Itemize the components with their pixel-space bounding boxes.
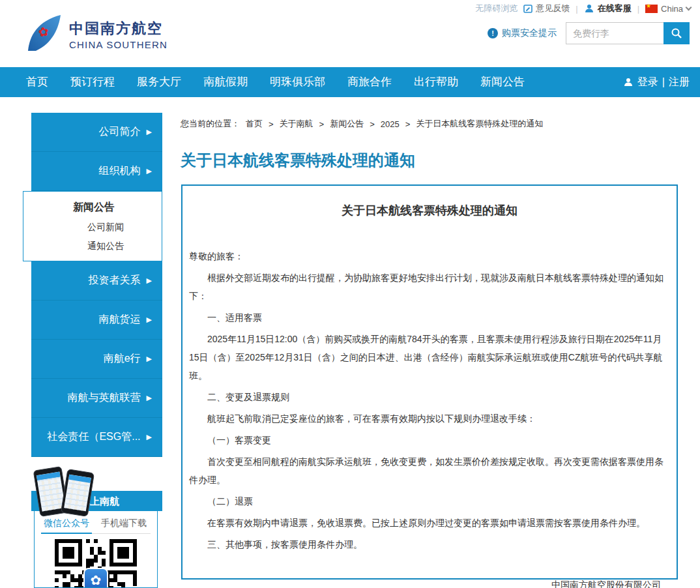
search-icon xyxy=(671,27,682,39)
sidebar-active-news-panel: 新闻公告 公司新闻 通知公告 xyxy=(23,191,162,261)
article-paragraph: 三、其他事项，按客票使用条件办理。 xyxy=(189,535,670,553)
sidebar-item-investor-relations[interactable]: 投资者关系 ▶ xyxy=(31,261,162,301)
article-title: 关于日本航线客票特殊处理的通知 xyxy=(189,203,670,218)
topbar-divider: | xyxy=(637,4,639,14)
page-title: 关于日本航线客票特殊处理的通知 xyxy=(181,150,415,171)
arrow-right-icon: ▶ xyxy=(147,355,152,363)
breadcrumb-current-page: 关于日本航线客票特殊处理的通知 xyxy=(416,118,543,130)
article-paragraph: 2025年11月15日12:00（含）前购买或换开的南航784开头的客票，且客票… xyxy=(189,330,670,385)
sidebar-subitem-notices[interactable]: 通知公告 xyxy=(23,237,162,256)
sidebar-item-label: 南航与英航联营 xyxy=(68,391,141,405)
sidebar-item-label: 组织机构 xyxy=(99,164,141,178)
breadcrumb-about[interactable]: 关于南航 xyxy=(280,118,314,130)
notice-article: 关于日本航线客票特殊处理的通知 尊敬的旅客： 根据外交部近期发布的出行提醒，为协… xyxy=(181,184,678,580)
nav-item-home[interactable]: 首页 xyxy=(15,67,59,97)
breadcrumb-separator: > xyxy=(269,119,274,129)
tail-fin-logo-icon: ✿ xyxy=(23,13,63,56)
region-label: China xyxy=(661,4,683,14)
sidebar-item-label: 社会责任（ESG管... xyxy=(47,430,140,444)
site-header: ✿ 中国南方航空 CHINA SOUTHERN ! 购票安全提示 xyxy=(0,17,700,67)
accessibility-link[interactable]: 无障碍浏览 xyxy=(475,3,518,14)
article-section-heading: 二、变更及退票规则 xyxy=(189,388,670,406)
feedback-form-icon xyxy=(523,4,532,13)
nav-item-booking[interactable]: 预订行程 xyxy=(59,67,126,97)
breadcrumb-separator: > xyxy=(405,119,411,129)
arrow-right-icon: ▶ xyxy=(147,394,152,402)
article-paragraph: 航班起飞前取消已定妥座位的旅客，可在客票有效期内按以下规则办理退改手续： xyxy=(189,409,670,428)
arrow-right-icon: ▶ xyxy=(147,433,152,441)
chevron-down-icon xyxy=(686,4,692,10)
nav-item-pearl-club[interactable]: 明珠俱乐部 xyxy=(259,67,336,97)
main-navigation: 首页 预订行程 服务大厅 南航假期 明珠俱乐部 商旅合作 出行帮助 新闻公告 登… xyxy=(0,67,700,97)
tab-wechat-official-account[interactable]: 微信公众号 xyxy=(41,515,92,534)
breadcrumb: 您当前的位置： 首页 > 关于南航 > 新闻公告 > 2025 > 关于日本航线… xyxy=(181,118,543,130)
search-input[interactable] xyxy=(566,22,664,44)
nav-item-news[interactable]: 新闻公告 xyxy=(469,67,536,97)
breadcrumb-2025[interactable]: 2025 xyxy=(381,119,400,129)
article-subsection-heading: （二）退票 xyxy=(189,492,670,510)
mobile-app-phones-image xyxy=(35,467,103,516)
sidebar-item-label: 南航货运 xyxy=(99,313,141,327)
article-paragraph: 首次变更至相同航程的南航实际承运航班，免收变更费，如发生票价价差按规定收取。再次… xyxy=(189,452,670,489)
info-icon: ! xyxy=(488,28,498,38)
online-service-link[interactable]: 在线客服 xyxy=(584,3,632,14)
breadcrumb-separator: > xyxy=(319,119,325,129)
logo-english-name: CHINA SOUTHERN xyxy=(69,39,168,50)
sidebar-item-organization[interactable]: 组织机构 ▶ xyxy=(31,152,162,191)
nav-item-business-travel[interactable]: 商旅合作 xyxy=(336,67,403,97)
login-person-icon xyxy=(623,77,634,87)
feedback-label: 意见反馈 xyxy=(536,3,570,14)
customer-service-person-icon xyxy=(584,3,594,14)
arrow-right-icon: ▶ xyxy=(147,128,152,136)
online-service-label: 在线客服 xyxy=(598,3,632,14)
article-paragraph: 在客票有效期内申请退票，免收退票费。已按上述原则办理过变更的客票如申请退票需按客… xyxy=(189,514,670,532)
article-subsection-heading: （一）客票变更 xyxy=(189,431,670,449)
logo-chinese-name: 中国南方航空 xyxy=(69,19,168,38)
article-salutation: 尊敬的旅客： xyxy=(189,247,670,265)
article-signature: 中国南方航空股份有限公司 xyxy=(189,580,670,588)
search-button[interactable] xyxy=(664,22,690,44)
region-selector[interactable]: ★ China xyxy=(645,4,691,14)
arrow-right-icon: ▶ xyxy=(147,167,152,175)
tab-mobile-download[interactable]: 手机端下载 xyxy=(98,515,149,533)
mobile-app-panel: 微信公众号 手机端下载 ✿ xyxy=(34,511,158,588)
nav-item-service-hall[interactable]: 服务大厅 xyxy=(126,67,192,97)
safety-tip-label: 购票安全提示 xyxy=(502,27,557,39)
article-paragraph: 根据外交部近期发布的出行提醒，为协助旅客更好地安排出行计划，现就涉及南航日本航线… xyxy=(189,269,670,305)
site-search xyxy=(566,22,690,44)
sidebar-item-label: 投资者关系 xyxy=(89,274,141,287)
article-section-heading: 一、适用客票 xyxy=(189,308,670,327)
app-logo-icon: ✿ xyxy=(83,568,108,588)
feedback-link[interactable]: 意见反馈 xyxy=(523,3,570,14)
auth-divider: | xyxy=(662,76,665,88)
ticket-safety-tip-link[interactable]: ! 购票安全提示 xyxy=(488,27,557,39)
sidebar-item-label: 公司简介 xyxy=(99,125,141,139)
sidebar-menu: 公司简介 ▶ 组织机构 ▶ 新闻公告 公司新闻 通知公告 投资者关系 ▶ 南航货… xyxy=(31,113,162,457)
register-link[interactable]: 注册 xyxy=(669,76,690,89)
sidebar-subitem-company-news[interactable]: 公司新闻 xyxy=(23,218,162,237)
breadcrumb-separator: > xyxy=(370,119,375,129)
login-link[interactable]: 登录 xyxy=(637,76,658,89)
sidebar-item-esg[interactable]: 社会责任（ESG管... ▶ xyxy=(31,418,162,457)
breadcrumb-prefix: 您当前的位置： xyxy=(181,118,240,130)
sidebar-item-cargo[interactable]: 南航货运 ▶ xyxy=(31,301,162,340)
sidebar-item-company-profile[interactable]: 公司简介 ▶ xyxy=(31,113,162,152)
breadcrumb-news[interactable]: 新闻公告 xyxy=(330,118,364,130)
nav-item-holidays[interactable]: 南航假期 xyxy=(192,67,259,97)
sidebar-item-ba-joint-venture[interactable]: 南航与英航联营 ▶ xyxy=(31,379,162,418)
nav-item-travel-help[interactable]: 出行帮助 xyxy=(403,67,469,97)
arrow-right-icon: ▶ xyxy=(147,316,152,324)
wechat-qr-code: ✿ xyxy=(55,539,137,588)
china-flag-icon: ★ xyxy=(645,5,658,13)
breadcrumb-home[interactable]: 首页 xyxy=(246,118,263,130)
sidebar-item-label: 南航e行 xyxy=(104,352,141,366)
company-logo[interactable]: ✿ 中国南方航空 CHINA SOUTHERN xyxy=(23,13,168,56)
topbar-divider: | xyxy=(576,4,577,14)
arrow-right-icon: ▶ xyxy=(147,276,152,285)
sidebar-item-news-announcements[interactable]: 新闻公告 xyxy=(23,197,162,218)
sidebar-item-e-travel[interactable]: 南航e行 ▶ xyxy=(31,340,162,379)
